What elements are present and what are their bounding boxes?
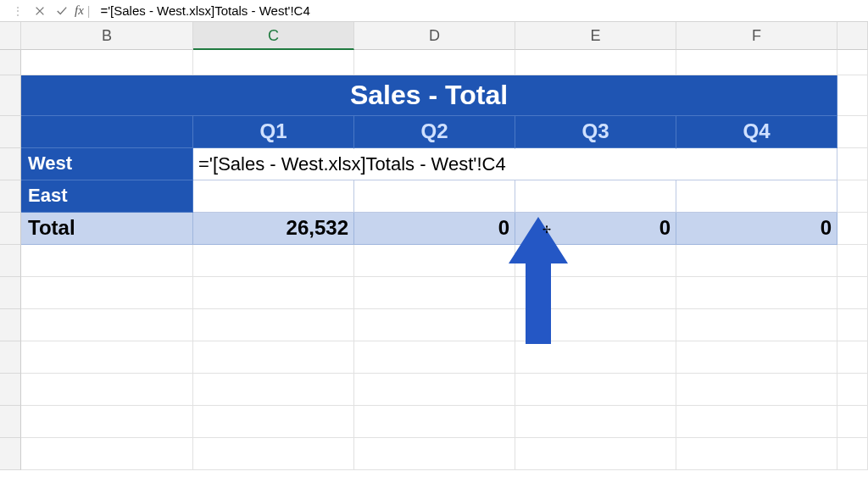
cell[interactable] bbox=[354, 438, 515, 470]
cell[interactable] bbox=[193, 374, 354, 406]
cell[interactable] bbox=[515, 374, 676, 406]
cell[interactable] bbox=[837, 341, 868, 374]
cell[interactable] bbox=[354, 50, 515, 75]
grid-row: Sales - Total bbox=[0, 75, 868, 116]
cell[interactable] bbox=[676, 374, 837, 406]
row-header[interactable] bbox=[0, 341, 21, 374]
cell[interactable] bbox=[354, 406, 515, 438]
col-header-g[interactable] bbox=[837, 22, 868, 50]
cell[interactable] bbox=[515, 438, 676, 470]
cell[interactable] bbox=[676, 277, 837, 309]
spreadsheet-grid[interactable]: B C D E F Sales - Total Q1 Q2 bbox=[0, 22, 868, 488]
cell[interactable] bbox=[676, 50, 837, 75]
formula-input[interactable]: ='[Sales - West.xlsx]Totals - West'!C4 bbox=[95, 3, 861, 18]
cell[interactable] bbox=[837, 309, 868, 341]
row-header[interactable] bbox=[0, 245, 21, 277]
col-header-e[interactable]: E bbox=[515, 22, 676, 50]
row-label-east[interactable]: East bbox=[21, 180, 193, 213]
col-header-f[interactable]: F bbox=[676, 22, 837, 50]
cell[interactable] bbox=[676, 309, 837, 341]
cell[interactable] bbox=[837, 245, 868, 277]
cell[interactable] bbox=[837, 277, 868, 309]
col-q2[interactable]: Q2 bbox=[354, 116, 515, 148]
formula-bar: ⋮ fx | ='[Sales - West.xlsx]Totals - Wes… bbox=[0, 0, 868, 22]
table-title[interactable]: Sales - Total bbox=[21, 75, 837, 116]
cell[interactable] bbox=[837, 75, 868, 116]
fx-label[interactable]: fx bbox=[75, 3, 84, 18]
cell[interactable] bbox=[21, 309, 193, 341]
cell[interactable] bbox=[21, 245, 193, 277]
cell[interactable] bbox=[837, 213, 868, 245]
cell[interactable] bbox=[515, 341, 676, 374]
col-q4[interactable]: Q4 bbox=[676, 116, 837, 148]
col-q1[interactable]: Q1 bbox=[193, 116, 354, 148]
total-q2[interactable]: 0 bbox=[354, 213, 515, 245]
cell[interactable] bbox=[193, 277, 354, 309]
select-all-corner[interactable] bbox=[0, 22, 21, 50]
cell[interactable] bbox=[676, 341, 837, 374]
cell[interactable] bbox=[21, 374, 193, 406]
cell[interactable] bbox=[193, 245, 354, 277]
cell[interactable] bbox=[354, 309, 515, 341]
cell[interactable] bbox=[676, 438, 837, 470]
table-corner[interactable] bbox=[21, 116, 193, 148]
cell[interactable] bbox=[354, 341, 515, 374]
cursor-icon: ✢ bbox=[542, 224, 551, 236]
cell[interactable] bbox=[515, 406, 676, 438]
row-header[interactable] bbox=[0, 213, 21, 245]
row-header[interactable] bbox=[0, 374, 21, 406]
cell[interactable] bbox=[354, 245, 515, 277]
cell[interactable] bbox=[515, 50, 676, 75]
row-header[interactable] bbox=[0, 309, 21, 341]
cell[interactable] bbox=[193, 406, 354, 438]
row-header[interactable] bbox=[0, 116, 21, 148]
cell[interactable] bbox=[837, 406, 868, 438]
cell[interactable] bbox=[21, 438, 193, 470]
cell[interactable] bbox=[21, 50, 193, 75]
separator-icon: | bbox=[87, 4, 91, 18]
cell[interactable] bbox=[21, 406, 193, 438]
cell[interactable] bbox=[676, 406, 837, 438]
cell[interactable] bbox=[837, 116, 868, 148]
col-header-c[interactable]: C bbox=[193, 22, 354, 50]
cell-west-q4[interactable] bbox=[676, 148, 837, 180]
cell-east-q4[interactable] bbox=[676, 180, 837, 213]
row-header[interactable] bbox=[0, 148, 21, 180]
cell[interactable] bbox=[193, 309, 354, 341]
cell[interactable] bbox=[837, 180, 868, 213]
cell[interactable] bbox=[354, 374, 515, 406]
cell[interactable] bbox=[193, 341, 354, 374]
cell-editor[interactable]: ='[Sales - West.xlsx]Totals - West'!C4 bbox=[193, 149, 676, 180]
col-header-b[interactable]: B bbox=[21, 22, 193, 50]
row-label-total[interactable]: Total bbox=[21, 213, 193, 245]
grid-row bbox=[0, 245, 868, 277]
row-header[interactable] bbox=[0, 277, 21, 309]
cell[interactable] bbox=[837, 50, 868, 75]
col-q3[interactable]: Q3 bbox=[515, 116, 676, 148]
cell[interactable] bbox=[193, 438, 354, 470]
total-q1[interactable]: 26,532 bbox=[193, 213, 354, 245]
cell-east-q3[interactable] bbox=[515, 180, 676, 213]
row-label-west[interactable]: West bbox=[21, 148, 193, 180]
cell[interactable] bbox=[837, 374, 868, 406]
table-row: East bbox=[0, 180, 868, 213]
cell[interactable] bbox=[193, 50, 354, 75]
row-header[interactable] bbox=[0, 75, 21, 116]
enter-button[interactable] bbox=[54, 3, 70, 19]
row-header[interactable] bbox=[0, 406, 21, 438]
cell[interactable] bbox=[354, 277, 515, 309]
row-header[interactable] bbox=[0, 50, 21, 75]
row-header[interactable] bbox=[0, 180, 21, 213]
cancel-button[interactable] bbox=[32, 3, 47, 19]
row-header[interactable] bbox=[0, 438, 21, 470]
cell[interactable] bbox=[837, 438, 868, 470]
total-q4[interactable]: 0 bbox=[676, 213, 837, 245]
cell-east-q2[interactable] bbox=[354, 180, 515, 213]
cell[interactable] bbox=[21, 277, 193, 309]
cell-east-q1[interactable] bbox=[193, 180, 354, 213]
cell[interactable] bbox=[837, 148, 868, 180]
cell[interactable] bbox=[676, 245, 837, 277]
cell[interactable] bbox=[21, 341, 193, 374]
grid-body: Sales - Total Q1 Q2 Q3 Q4 West ='[Sales … bbox=[0, 50, 868, 470]
col-header-d[interactable]: D bbox=[354, 22, 515, 50]
